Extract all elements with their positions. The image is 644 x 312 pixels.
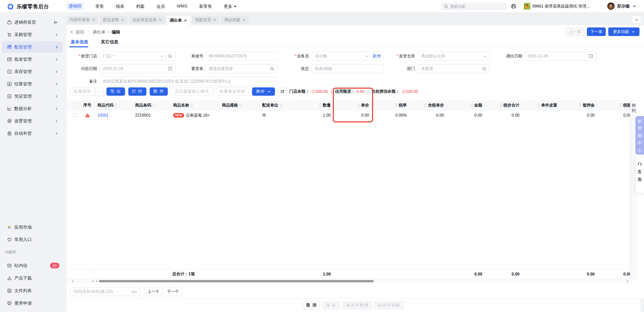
sort-icon[interactable] — [579, 103, 581, 107]
sidebar-item-应用市场[interactable]: 应用市场 — [0, 221, 67, 233]
scroll-right-icon[interactable] — [92, 280, 94, 282]
col-header-taxtotal[interactable]: 税价合计 — [485, 100, 522, 110]
sidebar-item-自动补货[interactable]: 自动补货 — [0, 127, 67, 140]
sidebar-item-设置管理[interactable]: 设置管理 — [0, 115, 67, 127]
toolbar-attach-button[interactable]: 附 件 — [150, 87, 168, 96]
tab-调出单[interactable]: 调出单✕ — [167, 16, 190, 25]
tab-close-icon[interactable]: ✕ — [243, 18, 246, 22]
save-button[interactable]: 保 存 — [323, 301, 340, 309]
save-and-audit-button[interactable]: 保存并审核 — [374, 301, 404, 309]
nav-2[interactable]: 零售 — [95, 4, 104, 9]
more-actions-button[interactable]: 更多功能 — [608, 27, 639, 36]
field-input-out_date[interactable]: 2025-11-28 — [524, 52, 596, 61]
sort-icon[interactable] — [424, 103, 427, 107]
nav-4[interactable]: 档案 — [136, 4, 145, 9]
toolbar-print-button[interactable]: 打 印 — [128, 87, 146, 96]
sort-icon[interactable] — [239, 103, 242, 107]
store-info[interactable]: 99661-新界面果蔬版测试-管理... — [524, 3, 590, 10]
tab-close-icon[interactable]: ✕ — [158, 18, 162, 22]
tab-内部申请单[interactable]: 内部申请单✕ — [67, 16, 98, 24]
sort-icon[interactable] — [279, 103, 282, 107]
collapse-sidebar-icon[interactable] — [53, 20, 59, 25]
save-and-new-button[interactable]: 保存并新增 — [343, 301, 372, 309]
sidebar-item-采购管理[interactable]: 采购管理 — [0, 28, 67, 41]
sidebar-item-结算管理[interactable]: 结算管理 — [0, 78, 67, 90]
select-chevron-icon[interactable] — [365, 55, 368, 58]
sort-icon[interactable] — [500, 103, 502, 107]
col-header-code[interactable]: 商品代码 — [94, 100, 132, 110]
sort-icon[interactable] — [619, 103, 622, 107]
sidebar-item-常用入口[interactable]: 常用入口 — [0, 233, 67, 246]
nav-1[interactable]: 进销存 — [67, 3, 84, 10]
sidebar-item-数据分析[interactable]: 数据分析 — [0, 102, 67, 115]
nav-8[interactable]: 更多 — [224, 4, 236, 9]
search-input[interactable] — [450, 4, 501, 9]
cancel-button[interactable]: 取 消 — [303, 301, 320, 309]
tab-basic-info[interactable]: 基本信息 — [71, 39, 88, 45]
col-header-barcode[interactable]: 商品条码 — [132, 100, 170, 110]
tab-商品档案[interactable]: 商品档案✕ — [221, 16, 249, 24]
sidebar-item-需求申请[interactable]: 需求申请 — [0, 297, 67, 309]
tab-close-icon[interactable]: ✕ — [92, 18, 95, 22]
help-center-tab[interactable]: 帮 助 中 心 — [635, 116, 644, 155]
search-box[interactable] — [441, 3, 507, 10]
field-input-salesman[interactable]: 苏尔银新增 — [312, 52, 384, 61]
sidebar-item-进销存首页[interactable]: 进销存首页 — [0, 16, 67, 28]
sidebar-item-凭证管理[interactable]: 凭证管理 — [0, 90, 67, 102]
tab-配送参数[interactable]: 配送参数✕ — [100, 16, 128, 24]
col-header-spec[interactable]: 商品规格 — [219, 100, 259, 110]
calendar-icon[interactable] — [589, 54, 593, 58]
tabstrip-chevron-button[interactable] — [632, 16, 640, 23]
toolbar-speed-mode-button[interactable]: 开启极速输入模式 — [170, 87, 213, 96]
sidebar-item-批发管理[interactable]: 批发管理 — [0, 53, 67, 65]
tab-close-icon[interactable]: ✕ — [121, 18, 125, 22]
nav-7[interactable]: 新零售 — [199, 4, 212, 9]
prev-doc-button[interactable]: 上一单 — [566, 27, 584, 36]
col-header-tare[interactable]: 单件皮重 — [522, 100, 560, 110]
scrollbar-thumb[interactable] — [99, 280, 374, 282]
toolbar-batch-edit-button[interactable]: 批量修改单据 — [216, 87, 249, 96]
nav-3[interactable]: 报表 — [116, 4, 124, 9]
quick-locate-input[interactable]: 代码|名称|条码|速记码 0/0 — [70, 287, 140, 296]
back-link[interactable]: 返回 — [76, 29, 84, 35]
sort-icon[interactable] — [470, 103, 473, 107]
col-header-tax[interactable]: 税额 — [597, 100, 634, 110]
sidebar-item-库存管理[interactable]: 库存管理 — [0, 65, 67, 78]
product-code-link[interactable]: 10001 — [97, 113, 109, 118]
toolbar-export-button[interactable]: 导 出 — [106, 87, 125, 96]
tab-供应商直送单[interactable]: 供应商直送单✕ — [129, 16, 165, 24]
toolbar-more-dots-button[interactable]: ··· — [95, 87, 104, 96]
scroll-left-icon[interactable] — [71, 280, 74, 282]
user-menu[interactable]: 苏尔银 — [607, 3, 636, 10]
scroll-right2-icon[interactable] — [627, 280, 629, 282]
next-doc-button[interactable]: 下一单 — [587, 27, 606, 36]
field-input-demand_doc[interactable]: 请选择要货单 — [206, 64, 278, 73]
field-input-doc_no[interactable]: MO99661992270979 — [206, 52, 278, 61]
sort-icon[interactable] — [152, 103, 155, 107]
col-header-unit[interactable]: 配送单位 — [259, 100, 296, 110]
scroll-left2-icon[interactable] — [95, 280, 98, 282]
col-header-name[interactable]: 商品名称 — [170, 100, 219, 110]
toolbar-sort-icon-button[interactable] — [278, 87, 287, 96]
sort-icon[interactable] — [357, 103, 360, 107]
sort-icon[interactable] — [190, 103, 193, 107]
cell-code[interactable]: 10001 — [94, 110, 132, 120]
tab-close-icon[interactable]: ✕ — [184, 18, 187, 23]
toolbar-batch-add-button[interactable]: 批量添加 — [70, 87, 95, 96]
sort-icon[interactable] — [115, 103, 117, 107]
sort-icon[interactable] — [395, 103, 397, 107]
tab-other-info[interactable]: 其它信息 — [101, 39, 118, 45]
field-input-department[interactable]: 水果类 — [418, 64, 490, 73]
sidebar-item-产品下载[interactable]: 产品下载 — [0, 272, 67, 284]
sort-icon[interactable] — [319, 103, 321, 107]
nav-5[interactable]: 会员 — [156, 4, 165, 9]
nav-6[interactable]: WMS — [177, 4, 187, 9]
select-all-checkbox[interactable] — [73, 103, 77, 107]
toolbar-action-button[interactable]: 操作 — [252, 87, 275, 96]
field-input-warehouse[interactable]: 系统默认仓库 — [418, 52, 490, 61]
horizontal-scrollbar[interactable] — [67, 279, 630, 283]
prev-item-button[interactable]: 上一个 — [144, 287, 163, 296]
tab-档案首页[interactable]: 档案首页✕ — [192, 16, 219, 24]
cell-check[interactable] — [68, 110, 82, 120]
sidebar-item-站内信[interactable]: 站内信63 — [0, 259, 67, 272]
